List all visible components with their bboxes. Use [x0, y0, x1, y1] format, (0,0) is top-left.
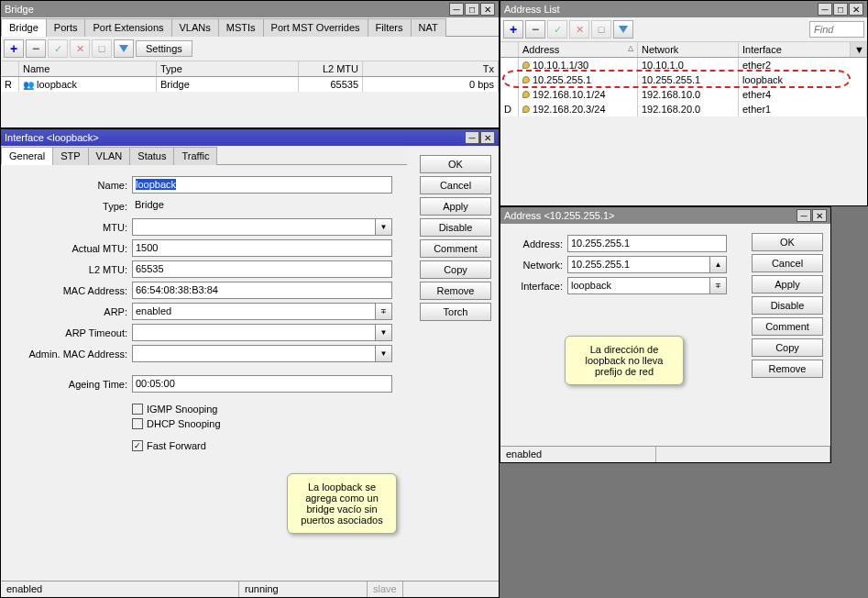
cancel-button[interactable]: Cancel — [752, 254, 823, 272]
filter-button[interactable] — [114, 39, 134, 58]
col-type[interactable]: Type — [157, 61, 299, 76]
bridge-icon: 👥 — [23, 80, 34, 90]
tab-stp[interactable]: STP — [52, 147, 88, 165]
net-up-icon[interactable]: ▲ — [710, 256, 727, 273]
cross-icon: ✕ — [76, 43, 84, 55]
col-interface[interactable]: Interface — [739, 42, 851, 57]
copy-button[interactable]: Copy — [420, 260, 491, 279]
tab-bridge[interactable]: Bridge — [1, 18, 47, 37]
col-address[interactable]: Address △ — [519, 42, 638, 57]
enable-button[interactable]: ✓ — [48, 39, 68, 58]
mtu-field[interactable] — [132, 218, 376, 236]
table-row[interactable]: 10.255.255.110.255.255.1loopback — [500, 72, 867, 87]
mac-field[interactable]: 66:54:08:38:B3:84 — [132, 282, 392, 299]
table-row[interactable]: 10.10.1.1/3010.10.1.0ether2 — [500, 58, 867, 72]
table-row[interactable]: R 👥loopback Bridge 65535 0 bps — [1, 77, 499, 92]
name-field[interactable]: loopback — [132, 176, 392, 194]
iface-label: Interface: — [508, 281, 567, 292]
arp-timeout-field[interactable] — [132, 324, 376, 341]
settings-button[interactable]: Settings — [136, 40, 192, 57]
col-menu-icon[interactable]: ▼ — [851, 42, 867, 57]
tab-vlan[interactable]: VLAN — [88, 147, 131, 165]
l2mtu-field[interactable]: 65535 — [132, 260, 392, 278]
find-input[interactable] — [809, 21, 864, 38]
torch-button[interactable]: Torch — [420, 303, 491, 321]
iface-field[interactable]: loopback — [567, 277, 710, 294]
close-icon[interactable]: ✕ — [849, 3, 863, 16]
tab-ports[interactable]: Ports — [46, 18, 86, 37]
interface-titlebar[interactable]: Interface <loopback> ─ ✕ — [1, 129, 499, 146]
minimize-icon[interactable]: ─ — [465, 131, 479, 144]
col-flag[interactable] — [500, 42, 519, 57]
table-row[interactable]: D192.168.20.3/24192.168.20.0ether1 — [500, 102, 867, 116]
maximize-icon[interactable]: □ — [465, 3, 479, 16]
disable-button[interactable]: ✕ — [70, 39, 90, 58]
cancel-button[interactable]: Cancel — [420, 176, 491, 194]
filter-button[interactable] — [613, 20, 633, 39]
arp-field[interactable]: enabled — [132, 303, 376, 320]
tab-port-mst-overrides[interactable]: Port MST Overrides — [263, 18, 368, 37]
ok-button[interactable]: OK — [420, 155, 491, 173]
tab-traffic[interactable]: Traffic — [173, 147, 217, 165]
disable-button[interactable]: ✕ — [569, 20, 589, 39]
col-name[interactable]: Name — [19, 61, 157, 76]
col-flag[interactable] — [1, 61, 19, 76]
igmp-checkbox[interactable] — [132, 404, 143, 415]
remove-button[interactable]: Remove — [752, 360, 823, 378]
minimize-icon[interactable]: ─ — [818, 3, 832, 16]
remove-button[interactable]: Remove — [420, 282, 491, 300]
close-icon[interactable]: ✕ — [480, 3, 495, 16]
tab-general[interactable]: General — [1, 147, 53, 165]
arp-dropdown-icon[interactable]: ∓ — [376, 303, 392, 320]
remove-button[interactable]: − — [525, 20, 545, 39]
tab-nat[interactable]: NAT — [411, 18, 446, 37]
tab-port-extensions[interactable]: Port Extensions — [84, 18, 171, 37]
comment-button[interactable]: □ — [92, 39, 112, 58]
enable-button[interactable]: ✓ — [547, 20, 567, 39]
tab-filters[interactable]: Filters — [368, 18, 412, 37]
col-network[interactable]: Network — [638, 42, 739, 57]
addr-label: Address: — [508, 238, 567, 249]
apply-button[interactable]: Apply — [420, 197, 491, 216]
comment-button[interactable]: Comment — [752, 317, 823, 336]
interface-status: enabled running slave — [1, 581, 499, 597]
address-list-titlebar[interactable]: Address List ─ □ ✕ — [500, 1, 867, 17]
close-icon[interactable]: ✕ — [812, 209, 827, 222]
disable-button[interactable]: Disable — [420, 218, 491, 237]
iface-dropdown-icon[interactable]: ∓ — [710, 277, 727, 294]
add-button[interactable]: + — [503, 20, 523, 39]
minimize-icon[interactable]: ─ — [797, 209, 811, 222]
admin-mac-label: Admin. MAC Address: — [8, 349, 132, 360]
admin-mac-dropdown-icon[interactable]: ▼ — [376, 345, 392, 362]
add-button[interactable]: + — [4, 39, 24, 58]
fast-forward-checkbox[interactable] — [132, 440, 143, 451]
mtu-dropdown-icon[interactable]: ▼ — [376, 218, 392, 236]
close-icon[interactable]: ✕ — [480, 131, 495, 144]
maximize-icon[interactable]: □ — [833, 3, 848, 16]
actual-mtu-field[interactable]: 1500 — [132, 239, 392, 257]
ageing-time-field[interactable]: 00:05:00 — [132, 375, 392, 393]
remove-button[interactable]: − — [26, 39, 46, 58]
copy-button[interactable]: Copy — [752, 338, 823, 357]
col-tx[interactable]: Tx — [363, 61, 499, 76]
tab-vlans[interactable]: VLANs — [171, 18, 219, 37]
disable-button[interactable]: Disable — [752, 296, 823, 315]
apply-button[interactable]: Apply — [752, 275, 823, 293]
table-row[interactable]: 192.168.10.1/24192.168.10.0ether4 — [500, 87, 867, 102]
dhcp-checkbox[interactable] — [132, 418, 143, 429]
address-grid-header: Address △ Network Interface ▼ — [500, 42, 867, 58]
net-field[interactable]: 10.255.255.1 — [567, 256, 710, 273]
tab-mstis[interactable]: MSTIs — [218, 18, 264, 37]
tab-status[interactable]: Status — [129, 147, 174, 165]
addr-field[interactable]: 10.255.255.1 — [567, 235, 727, 252]
admin-mac-field[interactable] — [132, 345, 376, 362]
address-list-title: Address List — [504, 4, 818, 15]
comment-button[interactable]: □ — [591, 20, 611, 39]
comment-button[interactable]: Comment — [420, 239, 491, 258]
ok-button[interactable]: OK — [752, 233, 823, 251]
col-l2mtu[interactable]: L2 MTU — [299, 61, 363, 76]
arp-timeout-dropdown-icon[interactable]: ▼ — [376, 324, 392, 341]
address-titlebar[interactable]: Address <10.255.255.1> ─ ✕ — [500, 207, 830, 224]
bridge-titlebar[interactable]: Bridge ─ □ ✕ — [1, 1, 499, 17]
minimize-icon[interactable]: ─ — [449, 3, 464, 16]
